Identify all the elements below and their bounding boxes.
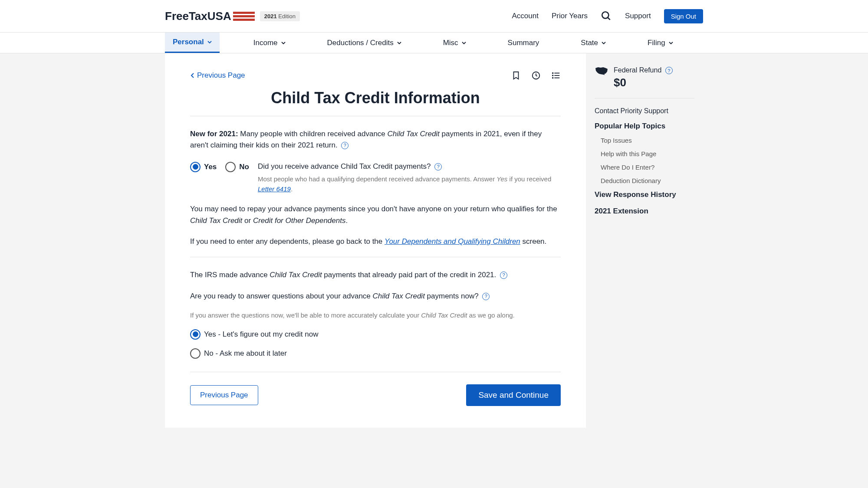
menu-item-deductions-credits[interactable]: Deductions / Credits <box>319 33 409 53</box>
previous-page-button[interactable]: Previous Page <box>190 385 258 405</box>
refund-box: Federal Refund ? $0 <box>595 66 694 98</box>
clock-icon[interactable] <box>531 71 541 80</box>
divider <box>190 257 561 257</box>
q2-radio-yes[interactable]: Yes - Let's figure out my credit now <box>190 329 561 340</box>
letter-6419-link[interactable]: Letter 6419 <box>258 185 291 193</box>
intro-bold: New for 2021: <box>190 130 238 138</box>
help-topic-link[interactable]: Where Do I Enter? <box>601 164 694 171</box>
refund-amount: $0 <box>614 76 673 89</box>
nav-account[interactable]: Account <box>512 12 538 20</box>
chevron-left-icon <box>190 72 194 79</box>
chevron-down-icon <box>669 41 673 45</box>
top-nav: Account Prior Years Support Sign Out <box>512 9 703 23</box>
help-icon[interactable]: ? <box>500 272 507 279</box>
intro-paragraph: New for 2021: Many people with children … <box>190 128 561 151</box>
help-icon[interactable]: ? <box>341 142 349 149</box>
q1-text: Did you receive advance Child Tax Credit… <box>258 161 561 172</box>
svg-point-8 <box>552 78 553 79</box>
contact-support-link[interactable]: Contact Priority Support <box>595 107 694 115</box>
svg-point-7 <box>552 75 553 76</box>
chevron-down-icon <box>397 41 401 45</box>
help-topic-link[interactable]: Help with this Page <box>601 150 694 157</box>
radio-checked-icon <box>190 329 201 340</box>
sign-out-button[interactable]: Sign Out <box>664 9 703 23</box>
help-topic-link[interactable]: Deduction Dictionary <box>601 177 694 184</box>
menu-item-personal[interactable]: Personal <box>165 33 220 53</box>
refund-label: Federal Refund ? <box>614 66 673 74</box>
menu-item-misc[interactable]: Misc <box>435 33 474 53</box>
list-icon[interactable] <box>551 71 561 80</box>
menu-item-summary[interactable]: Summary <box>500 33 547 53</box>
side-panel: Federal Refund ? $0 Contact Priority Sup… <box>586 53 703 428</box>
bookmark-icon[interactable] <box>511 71 521 80</box>
previous-page-label: Previous Page <box>197 71 245 80</box>
help-topic-link[interactable]: Top Issues <box>601 137 694 144</box>
toolbar-icons <box>511 71 561 80</box>
nav-support[interactable]: Support <box>625 12 651 20</box>
logo-text: FreeTaxUSA <box>165 10 231 23</box>
radio-unchecked-icon <box>190 348 201 359</box>
view-response-history-link[interactable]: View Response History <box>595 190 694 199</box>
flag-stripes-icon <box>233 10 255 22</box>
menu-bar: PersonalIncomeDeductions / CreditsMiscSu… <box>0 33 868 53</box>
chevron-down-icon <box>281 41 286 45</box>
chevron-down-icon <box>602 41 606 45</box>
previous-page-link[interactable]: Previous Page <box>190 71 245 80</box>
question-1: Yes No Did you receive advance Child Tax… <box>190 161 561 194</box>
help-icon[interactable]: ? <box>482 293 490 300</box>
nav-prior-years[interactable]: Prior Years <box>552 12 588 20</box>
menu-item-state[interactable]: State <box>573 33 614 53</box>
help-icon[interactable]: ? <box>434 163 442 170</box>
divider <box>190 372 561 372</box>
extension-link[interactable]: 2021 Extension <box>595 207 694 216</box>
save-continue-button[interactable]: Save and Continue <box>466 384 561 406</box>
dependents-link[interactable]: Your Dependents and Qualifying Children <box>385 237 520 246</box>
divider <box>190 116 561 116</box>
edition-year: 2021 <box>264 13 277 20</box>
question-2: Yes - Let's figure out my credit now No … <box>190 329 561 359</box>
dependents-paragraph: If you need to enter any dependents, ple… <box>190 236 561 247</box>
logo[interactable]: FreeTaxUSA <box>165 10 255 23</box>
q1-hint: Most people who had a qualifying depende… <box>258 174 561 194</box>
edition-badge: 2021 Edition <box>260 11 300 21</box>
ready-hint: If you answer the questions now, we'll b… <box>190 311 561 319</box>
popular-topics-heading: Popular Help Topics <box>595 122 694 131</box>
search-icon[interactable] <box>601 10 612 22</box>
help-icon[interactable]: ? <box>665 67 673 74</box>
irs-paragraph: The IRS made advance Child Tax Credit pa… <box>190 269 561 281</box>
radio-unchecked-icon <box>225 162 236 172</box>
q2-radio-no[interactable]: No - Ask me about it later <box>190 348 561 359</box>
top-header: FreeTaxUSA 2021 Edition Account Prior Ye… <box>0 0 868 33</box>
ready-paragraph: Are you ready to answer questions about … <box>190 291 561 302</box>
button-row: Previous Page Save and Continue <box>190 384 561 406</box>
content-panel: Previous Page Child Tax Credit Informati… <box>165 53 586 428</box>
chevron-down-icon <box>207 40 212 44</box>
q1-radio-yes[interactable]: Yes <box>190 162 217 172</box>
edition-label: Edition <box>278 13 296 20</box>
menu-item-income[interactable]: Income <box>246 33 293 53</box>
usa-map-icon <box>595 66 608 76</box>
repay-paragraph: You may need to repay your advance payme… <box>190 203 561 226</box>
q1-radio-no[interactable]: No <box>225 162 249 172</box>
radio-checked-icon <box>190 162 201 172</box>
chevron-down-icon <box>462 41 466 45</box>
menu-item-filing[interactable]: Filing <box>640 33 681 53</box>
logo-group: FreeTaxUSA 2021 Edition <box>165 10 300 23</box>
svg-line-1 <box>608 17 610 20</box>
svg-point-6 <box>552 73 553 74</box>
page-title: Child Tax Credit Information <box>190 89 561 107</box>
svg-point-0 <box>602 12 608 18</box>
